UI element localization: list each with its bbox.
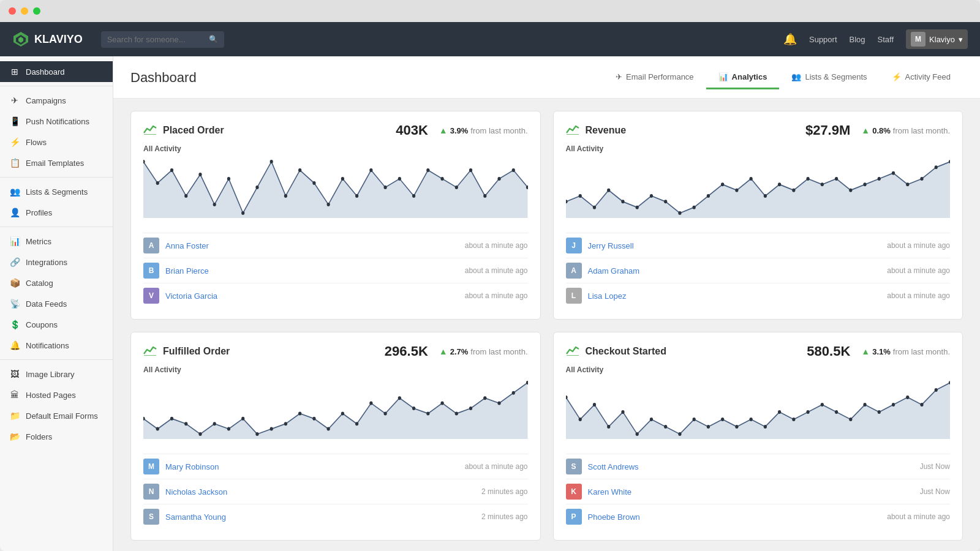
sidebar-item-integrations[interactable]: 🔗 Integrations — [0, 252, 113, 272]
staff-link[interactable]: Staff — [878, 35, 894, 44]
change-label: from last month. — [893, 347, 950, 356]
activity-avatar: S — [143, 509, 159, 525]
svg-marker-61 — [143, 383, 528, 439]
search-icon: 🔍 — [209, 35, 218, 43]
sidebar-label-dashboard: Dashboard — [26, 67, 65, 77]
chart-area — [143, 157, 528, 224]
activity-name[interactable]: Phoebe Brown — [588, 512, 881, 522]
close-dot[interactable] — [9, 7, 16, 15]
svg-point-38 — [635, 206, 638, 209]
activity-avatar: P — [566, 509, 582, 525]
sidebar-item-folders[interactable]: 📂 Folders — [0, 426, 113, 447]
sidebar-label-coupons: Coupons — [26, 320, 58, 329]
push-icon: 📱 — [10, 116, 20, 126]
activity-avatar: M — [143, 459, 159, 474]
sidebar-item-flows[interactable]: ⚡ Flows — [0, 132, 113, 152]
tab-label-lists-segments: Lists & Segments — [805, 72, 867, 81]
sidebar-item-campaigns[interactable]: ✈ Campaigns — [0, 90, 113, 111]
activity-name[interactable]: Scott Andrews — [588, 462, 914, 471]
activity-name[interactable]: Karen White — [588, 487, 914, 497]
tab-analytics[interactable]: 📊 Analytics — [706, 66, 780, 89]
card-title: Placed Order — [163, 125, 224, 136]
svg-point-93 — [592, 403, 595, 407]
sidebar-label-integrations: Integrations — [26, 258, 67, 267]
sidebar-label-hosted-pages: Hosted Pages — [26, 391, 76, 400]
svg-point-113 — [877, 410, 880, 414]
activity-time: 2 minutes ago — [481, 512, 527, 521]
sidebar-item-push-notifications[interactable]: 📱 Push Notifications — [0, 111, 113, 132]
sidebar-label-metrics: Metrics — [26, 237, 51, 246]
logo[interactable]: KLAVIYO — [12, 31, 83, 48]
svg-point-114 — [891, 403, 894, 407]
sidebar-item-catalog[interactable]: 📦 Catalog — [0, 272, 113, 293]
svg-point-116 — [920, 403, 923, 407]
sidebar-item-image-library[interactable]: 🖼 Image Library — [0, 364, 113, 384]
tab-activity-feed[interactable]: ⚡ Activity Feed — [880, 66, 963, 89]
activity-avatar: K — [566, 484, 582, 500]
card-value: 580.5K — [807, 343, 850, 359]
activity-name[interactable]: Brian Pierce — [165, 266, 459, 276]
sidebar-item-hosted-pages[interactable]: 🏛 Hosted Pages — [0, 384, 113, 405]
card-title: Checkout Started — [586, 346, 666, 357]
sidebar-item-email-templates[interactable]: 📋 Email Templates — [0, 152, 113, 173]
fullscreen-dot[interactable] — [33, 7, 40, 15]
tab-lists-segments[interactable]: 👥 Lists & Segments — [779, 66, 879, 89]
user-name: Klaviyo — [929, 35, 955, 44]
search-input[interactable] — [107, 35, 205, 44]
user-menu-button[interactable]: M Klaviyo ▾ — [906, 29, 968, 49]
svg-point-108 — [806, 410, 809, 414]
sidebar-item-profiles[interactable]: 👤 Profiles — [0, 202, 113, 223]
sidebar-item-dashboard[interactable]: ⊞ Dashboard — [0, 61, 113, 82]
card-fulfilled-order: Fulfilled Order 296.5K ▲ 2.7% from last … — [130, 332, 541, 541]
sidebar-item-coupons[interactable]: 💲 Coupons — [0, 314, 113, 335]
sidebar-divider-1 — [0, 86, 113, 86]
activity-name[interactable]: Adam Graham — [588, 266, 881, 276]
svg-point-75 — [327, 427, 330, 431]
svg-point-27 — [469, 168, 472, 172]
svg-point-46 — [749, 177, 752, 181]
card-header: Revenue $27.9M ▲ 0.8% from last month. — [566, 122, 951, 138]
activity-avatar: V — [143, 288, 159, 304]
chart-area — [143, 378, 528, 445]
sidebar-item-lists-segments[interactable]: 👥 Lists & Segments — [0, 181, 113, 202]
metric-icon — [566, 345, 579, 359]
activity-feed-icon: ⚡ — [892, 72, 902, 81]
support-link[interactable]: Support — [809, 35, 837, 44]
svg-point-24 — [426, 168, 429, 172]
notifications-bell-icon[interactable]: 🔔 — [783, 32, 797, 46]
tab-email-performance[interactable]: ✈ Email Performance — [603, 66, 706, 89]
blog-link[interactable]: Blog — [850, 35, 865, 44]
svg-point-83 — [440, 402, 443, 405]
svg-point-87 — [497, 402, 500, 405]
activity-name[interactable]: Samantha Young — [165, 512, 475, 522]
svg-point-94 — [607, 425, 610, 429]
svg-point-86 — [483, 396, 486, 400]
activity-name[interactable]: Jerry Russell — [588, 241, 881, 250]
svg-point-17 — [327, 203, 330, 206]
svg-point-18 — [341, 177, 344, 181]
sidebar-item-default-email-forms[interactable]: 📁 Default Email Forms — [0, 405, 113, 426]
sidebar-item-metrics[interactable]: 📊 Metrics — [0, 231, 113, 252]
sidebar-item-data-feeds[interactable]: 📡 Data Feeds — [0, 293, 113, 314]
email-perf-icon: ✈ — [616, 72, 622, 81]
activity-name[interactable]: Anna Foster — [165, 241, 459, 250]
sidebar-item-notifications[interactable]: 🔔 Notifications — [0, 335, 113, 356]
activity-name[interactable]: Mary Robinson — [165, 462, 459, 471]
card-change: ▲ 3.9% from last month. — [439, 126, 528, 135]
activity-item: A Adam Graham about a minute ago — [566, 258, 951, 283]
svg-marker-32 — [566, 162, 951, 218]
svg-point-56 — [891, 171, 894, 175]
svg-point-88 — [512, 391, 515, 395]
campaigns-icon: ✈ — [10, 96, 20, 105]
folders-icon: 📂 — [10, 432, 20, 441]
minimize-dot[interactable] — [21, 7, 28, 15]
activity-name[interactable]: Lisa Lopez — [588, 291, 881, 301]
svg-point-14 — [284, 194, 287, 198]
search-box[interactable]: 🔍 — [101, 31, 224, 48]
metric-icon — [566, 124, 579, 138]
activity-name[interactable]: Nicholas Jackson — [165, 487, 475, 497]
svg-point-110 — [834, 410, 837, 414]
svg-point-10 — [227, 177, 230, 181]
activity-name[interactable]: Victoria Garcia — [165, 291, 459, 301]
card-checkout-started: Checkout Started 580.5K ▲ 3.1% from last… — [553, 332, 963, 541]
